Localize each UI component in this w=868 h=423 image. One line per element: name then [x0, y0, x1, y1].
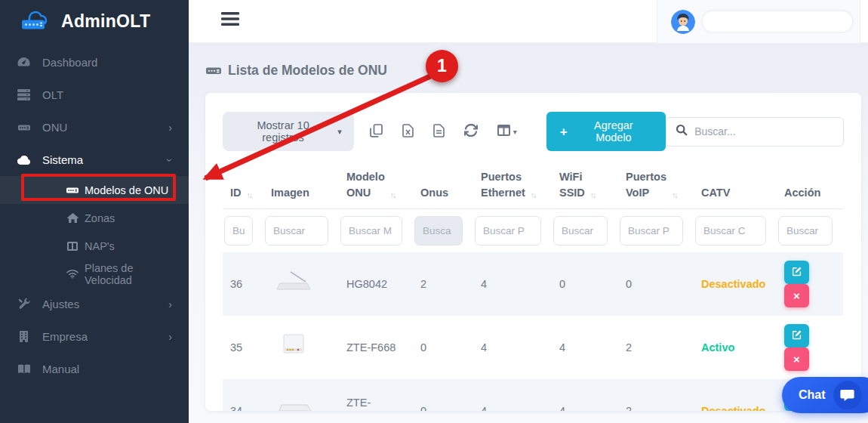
- column-label: Modelo ONU: [346, 169, 385, 201]
- sidebar-subitem-label: NAP's: [85, 240, 115, 252]
- delete-button[interactable]: ×: [784, 284, 809, 307]
- column-header-catv: CATV: [694, 163, 777, 209]
- sidebar-subitem-nap-s[interactable]: NAP's: [0, 232, 189, 260]
- column-label: Imagen: [271, 185, 309, 201]
- cell-model: ZTE-F660V6.0: [339, 379, 413, 411]
- edit-pencil-icon: [791, 329, 802, 343]
- column-header-wifi-ssid[interactable]: WiFi SSID↑↓: [552, 163, 618, 209]
- user-menu[interactable]: [657, 0, 860, 43]
- sort-icon[interactable]: ↑↓: [247, 190, 252, 201]
- gauge-icon: [17, 57, 31, 68]
- filter-input-id[interactable]: [224, 216, 253, 245]
- file-export-button[interactable]: [423, 119, 454, 144]
- filter-input-modelo-onu[interactable]: [340, 216, 402, 245]
- refresh-icon: [464, 124, 478, 139]
- copy-export-button[interactable]: [360, 119, 392, 144]
- router-icon: [66, 186, 78, 195]
- column-visibility-button[interactable]: ▾: [488, 120, 527, 143]
- sort-icon[interactable]: ↑↓: [590, 190, 596, 201]
- filter-input-acci-n[interactable]: [778, 216, 833, 245]
- topbar: [189, 0, 868, 43]
- sidebar-item-empresa[interactable]: Empresa›: [0, 320, 189, 353]
- sidebar-nav: DashboardOLTONU›Sistema›Modelos de ONUZo…: [0, 43, 189, 385]
- menu-toggle-button[interactable]: [221, 11, 239, 29]
- sidebar-subitem-label: Modelos de ONU: [85, 184, 168, 196]
- page-title: Lista de Modelos de ONU: [189, 43, 868, 79]
- close-icon: ×: [793, 353, 800, 366]
- cell-id: 36: [223, 252, 263, 316]
- add-model-button[interactable]: + Agregar Modelo: [546, 112, 666, 151]
- refresh-export-button[interactable]: [454, 119, 488, 144]
- home-icon: [66, 213, 78, 223]
- sidebar-item-olt[interactable]: OLT: [0, 79, 189, 111]
- building-icon: [17, 331, 31, 342]
- table-header-row: ID↑↓ImagenModelo ONU↑↓OnusPuertos Ethern…: [223, 163, 843, 209]
- table-row-35: 35ZTE-F6680442Activo×: [223, 316, 843, 379]
- chevron-right-icon: ›: [168, 332, 172, 342]
- cell-voip: 0: [618, 252, 694, 316]
- sidebar-item-ajustes[interactable]: Ajustes›: [0, 288, 189, 320]
- sort-icon[interactable]: ↑↓: [672, 190, 677, 201]
- global-search[interactable]: [666, 117, 844, 147]
- edit-pencil-icon: [791, 266, 802, 279]
- page-length-dropdown[interactable]: Mostrar 10 registros ▾: [223, 112, 354, 151]
- sidebar-item-label: Manual: [42, 363, 79, 375]
- sidebar-item-onu[interactable]: ONU›: [0, 111, 189, 144]
- plus-icon: +: [560, 125, 568, 138]
- app-logo[interactable]: AdminOLT: [0, 0, 189, 43]
- onu-product-image: [271, 283, 316, 295]
- file-excel-icon: [402, 124, 414, 140]
- filter-input-imagen[interactable]: [265, 216, 328, 245]
- page-title-text: Lista de Modelos de ONU: [228, 63, 387, 79]
- column-label: Onus: [420, 185, 448, 201]
- excel-export-button[interactable]: [392, 119, 423, 144]
- cell-catv-status: Desactivado: [694, 379, 777, 411]
- column-header-imagen: Imagen: [263, 163, 339, 209]
- search-icon: [676, 124, 688, 139]
- edit-button[interactable]: [784, 261, 809, 284]
- filter-input-onus[interactable]: [414, 216, 463, 245]
- sort-icon[interactable]: ↑↓: [531, 190, 536, 201]
- column-header-puertos-voip[interactable]: Puertos VoIP↑↓: [618, 163, 694, 209]
- chevron-right-icon: ›: [168, 122, 172, 133]
- sidebar-subitem-label: Zonas: [85, 212, 115, 224]
- column-visibility-icon: [497, 125, 510, 138]
- sidebar-subitem-modelos-de-onu[interactable]: Modelos de ONU: [0, 176, 189, 204]
- delete-button[interactable]: ×: [784, 347, 809, 371]
- column-label: Puertos VoIP: [626, 169, 666, 201]
- sidebar-item-label: Dashboard: [42, 56, 97, 69]
- chat-widget-button[interactable]: Chat: [782, 377, 868, 413]
- onu-product-image: [271, 410, 316, 411]
- sidebar-subitem-label: Planes de Velocidad: [85, 262, 180, 286]
- sort-icon[interactable]: ↑↓: [390, 190, 396, 201]
- sidebar-item-dashboard[interactable]: Dashboard: [0, 46, 189, 79]
- filter-input-puertos-voip[interactable]: [620, 216, 683, 245]
- column-header-onus: Onus: [413, 163, 473, 209]
- user-avatar: [671, 10, 695, 34]
- filter-input-puertos-ethernet[interactable]: [475, 216, 541, 245]
- search-input[interactable]: [694, 125, 834, 137]
- edit-button[interactable]: [784, 324, 809, 347]
- sidebar-subitem-zonas[interactable]: Zonas: [0, 204, 189, 232]
- column-label: Acción: [784, 185, 820, 201]
- column-header-puertos-ethernet[interactable]: Puertos Ethernet↑↓: [473, 163, 552, 209]
- sidebar-subitem-planes-de-velocidad[interactable]: Planes de Velocidad: [0, 260, 189, 288]
- cell-model: HG8042: [339, 252, 413, 316]
- cell-wifi-ssid: 0: [552, 252, 618, 316]
- filter-input-wifi-ssid[interactable]: [553, 216, 608, 245]
- server-icon: [17, 89, 31, 100]
- sidebar-item-label: ONU: [42, 121, 67, 134]
- close-icon: ×: [793, 289, 800, 302]
- cell-model: ZTE-F668: [339, 316, 413, 379]
- column-header-modelo-onu[interactable]: Modelo ONU↑↓: [339, 163, 413, 209]
- page-length-label: Mostrar 10 registros: [235, 119, 331, 144]
- column-header-id[interactable]: ID↑↓: [223, 163, 263, 209]
- cell-wifi-ssid: 4: [552, 316, 618, 379]
- hamburger-icon: [221, 18, 239, 29]
- filter-input-catv[interactable]: [695, 216, 766, 245]
- app-title: AdminOLT: [61, 11, 150, 32]
- chat-bubble-icon: [833, 381, 862, 409]
- sidebar-item-manual[interactable]: Manual: [0, 353, 189, 385]
- columns-icon: [66, 242, 78, 251]
- sidebar-item-sistema[interactable]: Sistema›: [0, 144, 189, 176]
